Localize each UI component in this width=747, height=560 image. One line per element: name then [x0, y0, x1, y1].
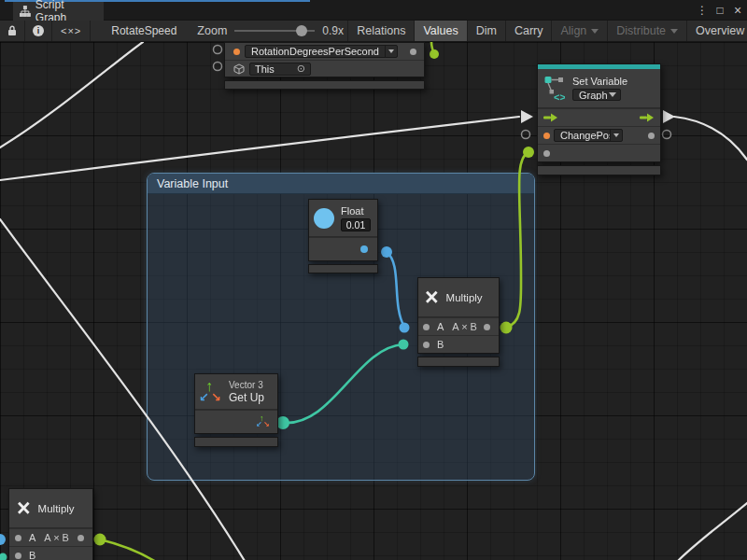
output-port-dot[interactable]: [484, 324, 490, 330]
gameobject-cube-icon: [233, 63, 245, 75]
graph-canvas[interactable]: Variable Input: [0, 42, 747, 560]
variable-port-dot[interactable]: [233, 49, 240, 55]
toolbar-button-relations[interactable]: Relations: [348, 21, 415, 41]
variable-scope-dropdown[interactable]: Graph: [572, 89, 621, 101]
dropdown-caret-box[interactable]: [610, 130, 622, 141]
node-title: Multiply: [446, 292, 483, 303]
node-footer: [194, 437, 278, 447]
multiply-icon: ×: [425, 286, 439, 309]
lock-button[interactable]: [0, 21, 25, 41]
set-variable-icon: <>: [544, 76, 565, 102]
set-variable-name-row: ChangePos: [538, 126, 660, 144]
toolbar-button-align[interactable]: Align: [552, 21, 608, 41]
zoom-slider-handle[interactable]: [296, 25, 307, 36]
value-port-dot[interactable]: [543, 150, 550, 157]
node-float[interactable]: Float 0.01: [308, 199, 378, 273]
object-picker-icon[interactable]: ⊙: [297, 63, 305, 74]
input-b-label: B: [29, 550, 35, 560]
group-header[interactable]: Variable Input: [148, 174, 534, 194]
node-get-variable[interactable]: RotationDegreesPerSecond This ⊙: [224, 42, 425, 90]
flow-arrowhead-in[interactable]: [521, 110, 533, 123]
output-port-dot[interactable]: [78, 535, 84, 541]
node-footer: [224, 80, 425, 90]
port-ring-setvariable-left[interactable]: [522, 131, 530, 139]
input-a-port-dot[interactable]: [423, 324, 430, 330]
graph-toolbar: i <×> RotateSpeed Zoom 0.9x Relations Va…: [0, 21, 747, 42]
toolbar-button-dim[interactable]: Dim: [468, 21, 506, 41]
port-dot-multiply2-b[interactable]: [0, 553, 7, 560]
tab-script-graph[interactable]: Script Graph: [13, 2, 104, 21]
graph-name-label[interactable]: RotateSpeed: [111, 24, 176, 37]
close-icon[interactable]: ×: [730, 0, 745, 21]
output-port-dot[interactable]: [648, 133, 655, 139]
multiply-header: × Multiply: [9, 489, 92, 528]
info-button[interactable]: i: [25, 21, 52, 41]
button-label: Carry: [514, 24, 543, 37]
input-a-port-dot[interactable]: [15, 535, 21, 541]
svg-text:<>: <>: [554, 91, 565, 102]
node-set-variable[interactable]: <> Set Variable Graph: [537, 63, 661, 175]
code-icon: <×>: [61, 25, 81, 36]
port-ring-setvariable-right[interactable]: [663, 131, 671, 139]
wire-white-top-left[interactable]: [0, 42, 143, 147]
node-title: Float: [341, 205, 363, 217]
port-dot-setvariable-input[interactable]: [523, 147, 534, 158]
set-variable-header: <> Set Variable Graph: [538, 69, 660, 108]
variable-name-dropdown[interactable]: RotationDegreesPerSecond: [245, 45, 398, 58]
button-label: Distribute: [616, 24, 666, 37]
toolbar-button-carry[interactable]: Carry: [506, 21, 553, 41]
node-multiply-2[interactable]: × Multiply A A × B B: [8, 488, 93, 560]
variable-name-dropdown[interactable]: ChangePos: [554, 129, 623, 142]
float-value-input[interactable]: 0.01: [341, 218, 371, 231]
button-label: Relations: [357, 24, 405, 37]
dropdown-caret-icon: [609, 92, 616, 97]
flow-out-arrow-icon[interactable]: [640, 112, 655, 123]
button-label: Overview: [696, 24, 744, 37]
output-port-dot[interactable]: [410, 49, 416, 55]
toolbar-button-values[interactable]: Values: [415, 21, 467, 41]
target-value: This: [255, 63, 275, 75]
multiply-row-a: A A × B: [9, 528, 92, 546]
unity-script-graph-window: Script Graph ⋮ □ × i <×> Rotate: [0, 0, 747, 560]
wire-white-flow-out[interactable]: [674, 117, 747, 160]
variable-name: ChangePos: [555, 130, 610, 141]
flow-arrowhead-out[interactable]: [663, 110, 675, 123]
node-title: Get Up: [229, 391, 264, 404]
dropdown-caret-icon: [591, 29, 599, 34]
dropdown-caret-box[interactable]: [385, 46, 397, 57]
maximize-icon[interactable]: □: [712, 0, 727, 21]
code-view-button[interactable]: <×>: [52, 21, 91, 41]
flow-in-arrow-icon[interactable]: [543, 112, 558, 123]
wire-white-bottom-right[interactable]: [678, 503, 747, 560]
float-value: 0.01: [346, 219, 365, 231]
port-ring-getvariable-row1[interactable]: [214, 46, 222, 54]
tab-bar: Script Graph ⋮ □ ×: [0, 0, 747, 21]
button-label: Dim: [476, 24, 497, 37]
vector3-left-arrow: ↙: [199, 391, 209, 403]
port-dot-multiply2-a[interactable]: [0, 534, 6, 545]
wire-green-bottom[interactable]: [100, 539, 156, 560]
target-object-field[interactable]: This ⊙: [249, 63, 311, 76]
menu-icon[interactable]: ⋮: [695, 0, 710, 21]
multiply-row-a: A A × B: [418, 317, 499, 335]
port-ring-getvariable-row2[interactable]: [214, 63, 222, 71]
port-dot-multiply2-output[interactable]: [94, 534, 106, 546]
toolbar-button-overview[interactable]: Overview: [687, 21, 747, 41]
node-title: Multiply: [38, 503, 75, 514]
output-port-dot[interactable]: [360, 245, 368, 253]
variable-port-dot[interactable]: [543, 133, 550, 139]
input-b-port-dot[interactable]: [423, 342, 430, 348]
vector3-output-port-icon[interactable]: ↑ ↙ ↘: [256, 414, 271, 429]
node-title: Set Variable: [572, 76, 627, 87]
wire-white-flow-in[interactable]: [0, 117, 519, 180]
toolbar-button-distribute[interactable]: Distribute: [608, 21, 687, 41]
node-multiply[interactable]: × Multiply A A × B B: [417, 277, 500, 367]
node-get-up[interactable]: ↑ ↙ ↘ Vector 3 Get Up ↑ ↙ ↘: [194, 373, 278, 447]
info-icon: i: [33, 25, 44, 36]
output-label: A × B: [44, 532, 69, 543]
port-dot-getvariable-output[interactable]: [430, 49, 439, 59]
zoom-slider[interactable]: [234, 24, 315, 37]
input-b-port-dot[interactable]: [15, 553, 21, 559]
wire-green-top[interactable]: [431, 42, 434, 54]
value-input-row: [538, 144, 660, 161]
